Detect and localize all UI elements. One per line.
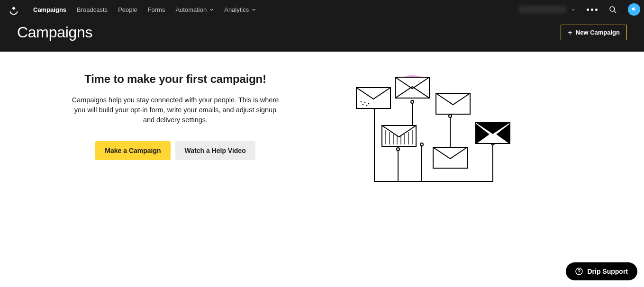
svg-point-12 [364, 102, 366, 104]
campaigns-illustration [346, 72, 517, 196]
nav-forms[interactable]: Forms [148, 6, 165, 13]
more-menu-icon[interactable] [587, 9, 598, 11]
svg-point-2 [411, 100, 414, 103]
svg-point-13 [368, 103, 370, 105]
svg-point-6 [420, 143, 423, 146]
watch-help-video-button[interactable]: Watch a Help Video [175, 141, 255, 160]
chevron-down-icon [252, 8, 256, 12]
nav-automation[interactable]: Automation [175, 6, 214, 13]
svg-point-0 [610, 7, 615, 11]
plus-icon [568, 30, 572, 35]
drip-logo[interactable] [9, 5, 19, 16]
new-campaign-button[interactable]: New Campaign [561, 25, 627, 40]
help-icon [575, 268, 583, 275]
make-campaign-button[interactable]: Make a Campaign [95, 141, 170, 160]
nav-people[interactable]: People [118, 6, 137, 13]
svg-point-30 [579, 273, 580, 273]
nav-campaigns[interactable]: Campaigns [33, 6, 66, 13]
announcement-icon[interactable] [628, 3, 640, 16]
nav-broadcasts[interactable]: Broadcasts [77, 6, 108, 13]
account-name-redacted[interactable] [519, 6, 566, 13]
svg-point-15 [366, 105, 368, 107]
page-title: Campaigns [17, 24, 92, 41]
main-nav: Campaigns Broadcasts People Forms Automa… [33, 6, 519, 13]
chevron-down-icon [209, 8, 214, 12]
nav-analytics[interactable]: Analytics [224, 6, 256, 13]
svg-point-3 [397, 148, 399, 151]
empty-state: Time to make your first campaign! Campai… [43, 72, 308, 196]
search-icon[interactable] [609, 6, 617, 13]
svg-point-14 [363, 104, 364, 106]
chevron-down-icon [571, 8, 575, 12]
empty-state-description: Campaigns help you stay connected with y… [71, 95, 280, 125]
empty-state-title: Time to make your first campaign! [43, 72, 308, 86]
svg-point-11 [361, 101, 362, 103]
support-widget-button[interactable]: Drip Support [566, 262, 637, 280]
svg-point-4 [449, 115, 452, 117]
